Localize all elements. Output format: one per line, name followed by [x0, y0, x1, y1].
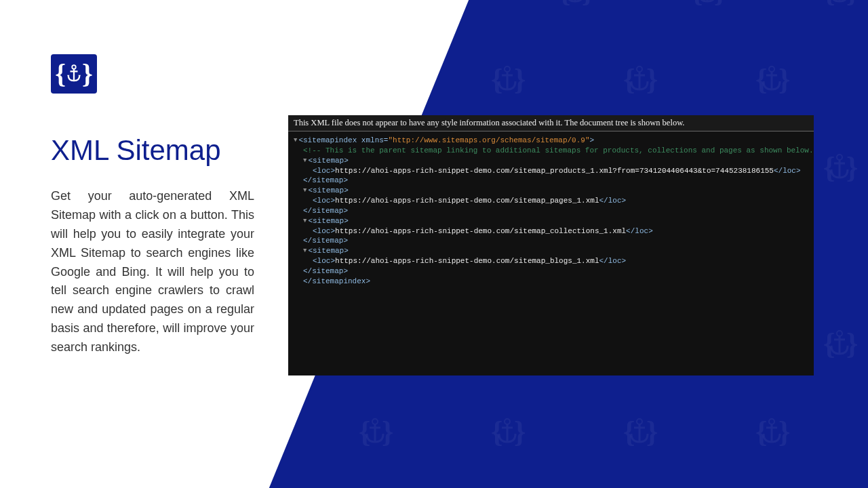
terminal-header: This XML file does not appear to have an… — [288, 115, 814, 131]
brace-right-icon: } — [82, 60, 93, 87]
content-block: XML Sitemap Get your auto-generated XML … — [51, 134, 254, 357]
xml-terminal: This XML file does not appear to have an… — [288, 115, 814, 375]
page-description: Get your auto-generated XML Sitemap with… — [51, 187, 254, 357]
brand-logo: { } — [51, 54, 97, 94]
brace-left-icon: { — [55, 60, 66, 87]
page-title: XML Sitemap — [51, 134, 254, 167]
svg-marker-143 — [67, 75, 70, 77]
anchor-icon — [66, 64, 81, 83]
svg-marker-144 — [78, 75, 81, 77]
terminal-body: ▼<sitemapindex xmlns="http://www.sitemap… — [288, 131, 814, 291]
svg-point-140 — [72, 65, 76, 69]
